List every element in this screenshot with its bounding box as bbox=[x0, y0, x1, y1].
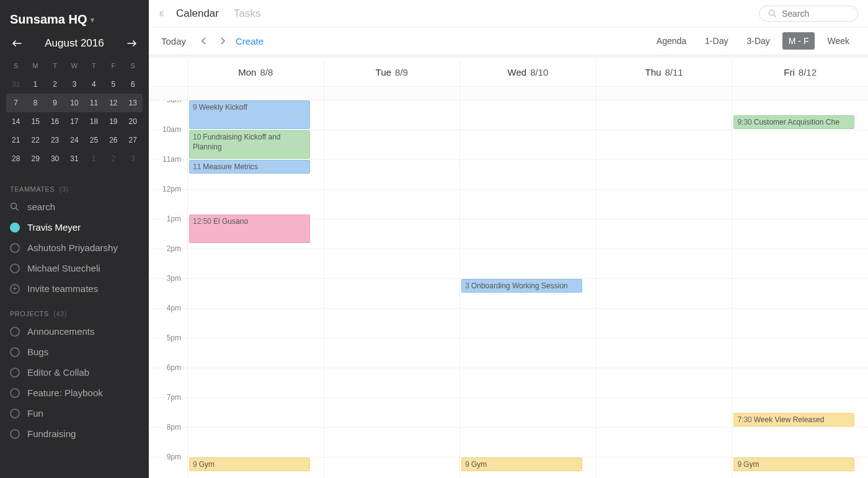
calendar-event[interactable]: 3Onboarding Working Session bbox=[461, 279, 582, 293]
mini-cal-day[interactable]: 26 bbox=[104, 131, 123, 149]
search-input[interactable] bbox=[782, 9, 849, 19]
mini-cal-day[interactable]: 9 bbox=[45, 94, 64, 112]
invite-teammates[interactable]: + Invite teammates bbox=[0, 278, 149, 299]
calendar-event[interactable]: 9Weekly Kickoff bbox=[189, 100, 310, 129]
nav-tab-calendar[interactable]: Calendar bbox=[176, 7, 219, 19]
day-column[interactable]: 3Onboarding Working Session9Gym bbox=[459, 100, 596, 478]
teammate-item[interactable]: Travis Meyer bbox=[0, 217, 149, 237]
calendar-event[interactable]: 9Gym bbox=[733, 458, 854, 471]
mini-cal-day[interactable]: 3 bbox=[64, 75, 84, 94]
prev-period-button[interactable] bbox=[198, 37, 210, 45]
view-tab[interactable]: 3-Day bbox=[740, 32, 776, 50]
day-column[interactable]: 9Weekly Kickoff10Fundraising Kickoff and… bbox=[187, 100, 324, 478]
plus-icon: + bbox=[10, 284, 20, 294]
calendar-event[interactable]: 10Fundraising Kickoff and Planning bbox=[189, 130, 310, 159]
day-header[interactable]: Wed8/10 bbox=[459, 58, 596, 86]
mini-cal-day[interactable]: 2 bbox=[45, 75, 64, 94]
prev-month-button[interactable] bbox=[10, 37, 24, 50]
mini-cal-day[interactable]: 16 bbox=[45, 112, 64, 131]
allday-row bbox=[149, 87, 868, 100]
calendar-event[interactable]: 11Measure Metrics bbox=[189, 160, 310, 174]
mini-cal-day[interactable]: 18 bbox=[84, 112, 104, 131]
day-date: 8/8 bbox=[260, 67, 273, 77]
event-time: 9 bbox=[737, 460, 742, 469]
view-tab[interactable]: Week bbox=[821, 32, 856, 50]
mini-cal-day[interactable]: 22 bbox=[25, 131, 45, 149]
mini-cal-day[interactable]: 4 bbox=[84, 75, 104, 94]
project-item[interactable]: Announcements bbox=[0, 321, 149, 342]
mini-cal-day[interactable]: 25 bbox=[84, 131, 104, 149]
mini-cal-day[interactable]: 1 bbox=[25, 75, 45, 94]
teammate-item[interactable]: Michael Stuecheli bbox=[0, 258, 149, 278]
today-button[interactable]: Today bbox=[161, 36, 186, 46]
allday-cell[interactable] bbox=[187, 87, 324, 100]
project-item[interactable]: Feature: Playbook bbox=[0, 383, 149, 403]
mini-cal-day[interactable]: 15 bbox=[25, 112, 45, 131]
calendar-event[interactable]: 9:30Customer Acquisition Che bbox=[733, 115, 854, 129]
mini-cal-day[interactable]: 19 bbox=[104, 112, 123, 131]
project-item[interactable]: Fun bbox=[0, 403, 149, 423]
mini-cal-day[interactable]: 31 bbox=[6, 75, 25, 94]
mini-cal-day[interactable]: 7 bbox=[6, 94, 25, 112]
view-tab[interactable]: 1-Day bbox=[699, 32, 734, 50]
workspace-switcher[interactable]: Sunsama HQ ▾ bbox=[0, 9, 149, 34]
next-month-button[interactable] bbox=[125, 37, 139, 50]
mini-cal-day[interactable]: 5 bbox=[104, 75, 123, 94]
event-title: Week View Released bbox=[754, 415, 825, 424]
day-header[interactable]: Tue8/9 bbox=[324, 58, 460, 86]
mini-cal-day[interactable]: 20 bbox=[123, 112, 143, 131]
project-color-icon bbox=[10, 327, 20, 337]
mini-cal-day[interactable]: 24 bbox=[64, 131, 84, 149]
view-tab[interactable]: M - F bbox=[782, 32, 815, 50]
calendar-event[interactable]: 9Gym bbox=[461, 458, 582, 471]
mini-cal-day[interactable]: 6 bbox=[123, 75, 143, 94]
mini-cal-day[interactable]: 30 bbox=[45, 149, 64, 168]
mini-cal-day[interactable]: 28 bbox=[6, 149, 25, 168]
view-tab[interactable]: Agenda bbox=[650, 32, 693, 50]
day-column[interactable]: 9:30Customer Acquisition Che7:30Week Vie… bbox=[732, 100, 868, 478]
mini-cal-day[interactable]: 31 bbox=[64, 149, 84, 168]
calendar-event[interactable]: 7:30Week View Released bbox=[733, 413, 854, 427]
day-date: 8/9 bbox=[395, 67, 408, 77]
teammate-search[interactable]: search bbox=[0, 197, 149, 217]
project-item[interactable]: Editor & Collab bbox=[0, 362, 149, 383]
allday-cell[interactable] bbox=[596, 87, 732, 100]
mini-cal-day[interactable]: 1 bbox=[84, 149, 104, 168]
calendar-event[interactable]: 9Gym bbox=[189, 458, 310, 471]
mini-cal-day[interactable]: 10 bbox=[64, 94, 84, 112]
teammate-item[interactable]: Ashutosh Priyadarshy bbox=[0, 237, 149, 258]
mini-cal-day[interactable]: 12 bbox=[104, 94, 123, 112]
create-button[interactable]: Create bbox=[236, 36, 264, 46]
allday-cell[interactable] bbox=[459, 87, 596, 100]
allday-cell[interactable] bbox=[732, 87, 868, 100]
day-column[interactable] bbox=[324, 100, 460, 478]
mini-cal-day[interactable]: 17 bbox=[64, 112, 84, 131]
day-date: 8/12 bbox=[799, 67, 817, 77]
global-search[interactable] bbox=[759, 6, 858, 22]
allday-cell[interactable] bbox=[324, 87, 460, 100]
day-header[interactable]: Fri8/12 bbox=[732, 58, 868, 86]
mini-cal-day[interactable]: 11 bbox=[84, 94, 104, 112]
day-column[interactable] bbox=[596, 100, 732, 478]
mini-cal-day[interactable]: 14 bbox=[6, 112, 25, 131]
invite-label: Invite teammates bbox=[27, 283, 98, 294]
calendar-grid[interactable]: 9am10am11am12pm1pm2pm3pm4pm5pm6pm7pm8pm9… bbox=[149, 100, 868, 478]
mini-cal-day[interactable]: 3 bbox=[123, 149, 143, 168]
mini-cal-day[interactable]: 8 bbox=[25, 94, 45, 112]
mini-cal-day[interactable]: 13 bbox=[123, 94, 143, 112]
day-header[interactable]: Mon8/8 bbox=[187, 58, 324, 86]
next-period-button[interactable] bbox=[217, 37, 228, 45]
hour-label: 4pm bbox=[166, 304, 182, 312]
nav-tab-tasks[interactable]: Tasks bbox=[234, 7, 260, 19]
mini-cal-day[interactable]: 21 bbox=[6, 131, 25, 149]
collapse-sidebar-button[interactable] bbox=[159, 9, 167, 18]
mini-cal-day[interactable]: 29 bbox=[25, 149, 45, 168]
event-time: 11 bbox=[193, 162, 201, 171]
mini-cal-day[interactable]: 27 bbox=[123, 131, 143, 149]
day-header[interactable]: Thu8/11 bbox=[596, 58, 732, 86]
mini-cal-day[interactable]: 23 bbox=[45, 131, 64, 149]
project-item[interactable]: Bugs bbox=[0, 342, 149, 362]
mini-cal-day[interactable]: 2 bbox=[104, 149, 123, 168]
calendar-event[interactable]: 12:50El Gusano bbox=[189, 215, 310, 243]
project-item[interactable]: Fundraising bbox=[0, 423, 149, 444]
